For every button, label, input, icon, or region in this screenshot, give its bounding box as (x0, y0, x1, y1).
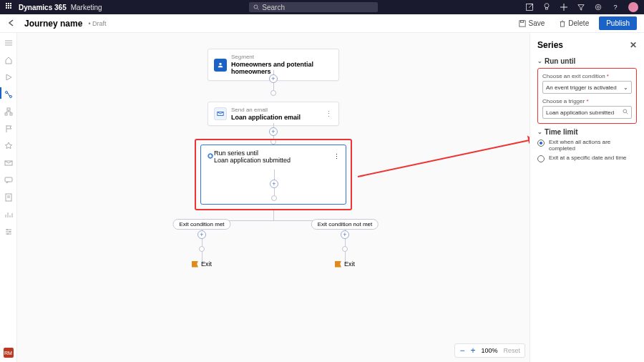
svg-rect-10 (561, 21, 565, 26)
journey-status: • Draft (88, 20, 106, 27)
help-icon[interactable]: ? (611, 3, 620, 11)
flag-icon (335, 261, 341, 268)
email-meta: Send an email (231, 107, 301, 114)
flag-icon (192, 261, 198, 268)
time-limit-label: Time limit (545, 128, 578, 136)
play-icon[interactable] (4, 72, 13, 80)
annotation-arrow (358, 139, 533, 177)
menu-icon[interactable] (4, 37, 13, 46)
lightbulb-icon[interactable] (542, 3, 551, 11)
zoom-reset-button[interactable]: Reset (503, 347, 520, 354)
tree-icon[interactable] (4, 106, 13, 114)
svg-rect-4 (546, 8, 548, 9)
email-more-icon[interactable]: ⋮ (321, 109, 333, 119)
home-icon[interactable] (4, 54, 13, 63)
trigger-lookup[interactable]: Loan application submitted (542, 106, 632, 119)
svg-rect-8 (519, 20, 525, 26)
svg-point-20 (9, 231, 11, 233)
exit-label: Exit (344, 260, 355, 268)
exit-condition-dropdown[interactable]: An event trigger is activated ⌄ (542, 81, 632, 94)
user-badge[interactable]: RM (4, 348, 14, 358)
svg-point-6 (597, 6, 600, 9)
envelope-icon[interactable] (4, 157, 13, 166)
series-more-icon[interactable]: ⋮ (333, 153, 340, 160)
message-icon[interactable] (4, 175, 13, 183)
segment-meta: Segment (231, 54, 333, 61)
global-search[interactable]: Search (249, 2, 378, 12)
radio-icon (537, 140, 545, 147)
svg-rect-9 (521, 20, 524, 22)
zoom-percentage: 100% (481, 347, 497, 354)
topbar-actions: ? (525, 2, 638, 12)
open-in-new-icon[interactable] (525, 3, 534, 11)
svg-rect-17 (5, 177, 12, 182)
plus-icon[interactable] (560, 3, 568, 11)
user-avatar[interactable] (628, 2, 638, 12)
chevron-down-icon: ⌄ (537, 58, 542, 64)
zoom-in-button[interactable]: + (470, 346, 475, 355)
time-limit-section-header[interactable]: ⌄ Time limit (537, 128, 637, 136)
connector-node (270, 90, 276, 96)
zoom-out-button[interactable]: − (459, 346, 464, 355)
journey-icon[interactable] (4, 89, 13, 97)
chart-icon[interactable] (4, 209, 13, 217)
run-until-group-annotation: Choose an exit condition * An event trig… (537, 68, 637, 124)
series-meta: Run series until (214, 150, 291, 157)
connector (273, 210, 274, 220)
properties-panel: Series ✕ ⌄ Run until Choose an exit cond… (530, 33, 644, 362)
branch-not-met-pill[interactable]: Exit condition not met (311, 219, 379, 230)
add-step-button[interactable]: + (269, 74, 278, 83)
journey-canvas[interactable]: Segment Homeowners and potential homeown… (17, 33, 530, 362)
page-icon[interactable] (4, 192, 13, 200)
back-button[interactable] (7, 19, 19, 29)
add-step-button[interactable]: + (270, 180, 278, 188)
search-placeholder: Search (262, 4, 285, 11)
connector-node (342, 246, 348, 252)
svg-point-3 (545, 4, 549, 8)
segment-label: Homeowners and potential homeowners (231, 61, 333, 77)
svg-rect-15 (10, 113, 12, 115)
left-nav-rail: RM (0, 33, 17, 362)
add-step-button[interactable]: + (197, 230, 206, 239)
publish-button[interactable]: Publish (599, 16, 637, 30)
save-button[interactable]: Save (514, 17, 549, 29)
flag-icon[interactable] (4, 123, 13, 132)
branch-met-pill[interactable]: Exit condition met (172, 219, 230, 230)
svg-line-26 (626, 112, 628, 114)
delete-button[interactable]: Delete (555, 17, 593, 29)
sliders-icon[interactable] (4, 226, 13, 235)
svg-rect-14 (5, 113, 7, 115)
radio-icon (537, 155, 545, 162)
trigger-label: Choose a trigger (542, 98, 585, 104)
add-step-button[interactable]: + (269, 127, 278, 136)
top-nav-bar: Dynamics 365 Marketing Search ? (0, 0, 644, 14)
svg-line-1 (258, 9, 259, 10)
filter-icon[interactable] (577, 3, 585, 11)
radio-exit-all-actions[interactable]: Exit when all actions are completed (537, 139, 637, 152)
exit-label: Exit (201, 260, 212, 268)
brand-name: Dynamics 365 (19, 4, 67, 11)
search-icon (623, 109, 628, 116)
connector-node (271, 195, 277, 201)
app-launcher-icon[interactable] (6, 3, 14, 11)
exit-condition-value: An event trigger is activated (546, 84, 617, 91)
series-node[interactable]: Run series until Loan application submit… (200, 145, 346, 205)
delete-label: Delete (568, 19, 589, 27)
search-icon (253, 4, 259, 10)
email-icon (214, 107, 227, 120)
settings-icon[interactable] (594, 3, 602, 11)
series-label: Loan application submitted (214, 157, 291, 164)
svg-point-22 (219, 62, 221, 64)
close-panel-button[interactable]: ✕ (630, 40, 637, 50)
star-icon[interactable] (4, 140, 13, 149)
run-until-section-header[interactable]: ⌄ Run until (537, 57, 637, 65)
svg-text:?: ? (614, 4, 618, 11)
radio-all-label: Exit when all actions are completed (549, 139, 637, 152)
segment-icon (214, 59, 227, 72)
radio-exit-specific-date[interactable]: Exit at a specific date and time (537, 155, 637, 162)
chevron-down-icon: ⌄ (623, 84, 628, 91)
add-step-button[interactable]: + (341, 230, 349, 239)
save-label: Save (528, 19, 545, 27)
radio-date-label: Exit at a specific date and time (549, 155, 627, 161)
journey-title: Journey name (24, 19, 82, 29)
